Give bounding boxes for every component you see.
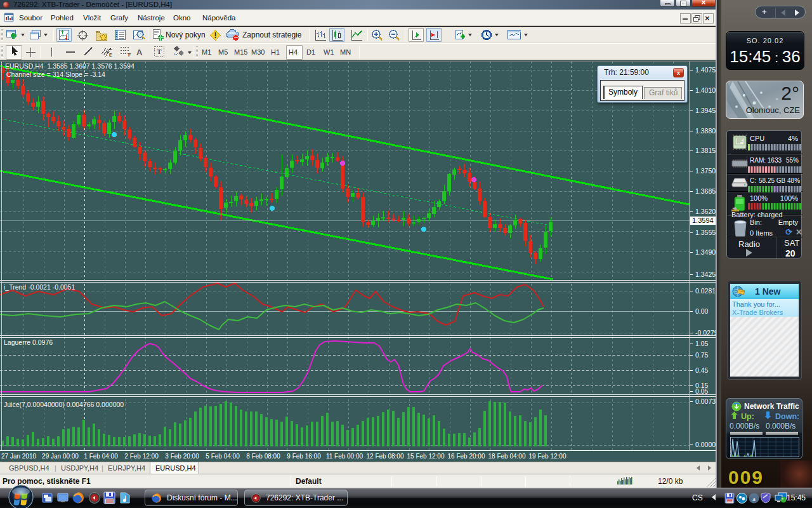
svg-text:1.3425: 1.3425 bbox=[695, 271, 716, 278]
svg-text:1.3945: 1.3945 bbox=[695, 107, 716, 114]
svg-text:3 Feb 20:00: 3 Feb 20:00 bbox=[165, 453, 199, 460]
svg-text:0.007386: 0.007386 bbox=[695, 398, 717, 405]
svg-text:EURUSD,H4 1.3585 1.3607 1.357: EURUSD,H4 1.3585 1.3607 1.3576 1.3594 bbox=[5, 62, 134, 70]
svg-text:12 Feb 08:00: 12 Feb 08:00 bbox=[367, 453, 404, 460]
svg-text:9 Feb 16:00: 9 Feb 16:00 bbox=[287, 453, 321, 460]
svg-text:1.3880: 1.3880 bbox=[695, 127, 716, 135]
svg-text:0.05: 0.05 bbox=[695, 387, 709, 395]
svg-text:11 Feb 00:00: 11 Feb 00:00 bbox=[326, 453, 363, 460]
svg-text:1.3594: 1.3594 bbox=[692, 217, 714, 224]
svg-text:27 Jan 2010: 27 Jan 2010 bbox=[1, 453, 36, 460]
svg-text:i_Trend -0.0021 -0.0051: i_Trend -0.0021 -0.0051 bbox=[4, 283, 75, 291]
svg-text:E: E bbox=[109, 53, 112, 57]
svg-text:Juice(7,0.00040000) 0.004766 0: Juice(7,0.00040000) 0.004766 0.000000 bbox=[4, 401, 124, 408]
svg-text:0.75: 0.75 bbox=[695, 351, 709, 359]
svg-text:!: ! bbox=[214, 31, 217, 40]
svg-text:19 Feb 12:00: 19 Feb 12:00 bbox=[529, 453, 566, 460]
svg-text:1.3490: 1.3490 bbox=[695, 248, 716, 256]
svg-text:29 Jan 00:00: 29 Jan 00:00 bbox=[42, 453, 79, 460]
svg-text:1 Feb 04:00: 1 Feb 04:00 bbox=[84, 453, 118, 460]
svg-text:Channel size = 314 Slope = -3.: Channel size = 314 Slope = -3.14 bbox=[6, 70, 105, 78]
svg-text:18 Feb 04:00: 18 Feb 04:00 bbox=[488, 453, 526, 460]
svg-text:Laguerre 0.0976: Laguerre 0.0976 bbox=[4, 338, 53, 346]
svg-text:1.3555: 1.3555 bbox=[695, 229, 716, 236]
svg-text:1.3620: 1.3620 bbox=[695, 208, 716, 215]
svg-text:0.45: 0.45 bbox=[695, 366, 709, 374]
svg-text:1.4075: 1.4075 bbox=[695, 66, 716, 74]
svg-text:0.000003: 0.000003 bbox=[695, 441, 717, 448]
svg-text:F: F bbox=[128, 53, 131, 57]
svg-text:1.3685: 1.3685 bbox=[695, 187, 716, 195]
svg-text:1.3815: 1.3815 bbox=[695, 147, 716, 154]
svg-text:a: a bbox=[752, 495, 756, 502]
svg-text:16 Feb 20:00: 16 Feb 20:00 bbox=[448, 453, 485, 460]
svg-text:15 Feb 12:00: 15 Feb 12:00 bbox=[407, 453, 445, 460]
svg-text:1.3750: 1.3750 bbox=[695, 167, 716, 175]
svg-text:2 Feb 12:00: 2 Feb 12:00 bbox=[124, 453, 159, 460]
svg-text:1.4010: 1.4010 bbox=[695, 86, 716, 94]
svg-text:T: T bbox=[157, 48, 162, 55]
svg-text:-0.0279: -0.0279 bbox=[695, 329, 717, 337]
svg-text:0.00: 0.00 bbox=[695, 307, 709, 315]
svg-text:8 Feb 08:00: 8 Feb 08:00 bbox=[246, 453, 280, 460]
svg-text:0.0281: 0.0281 bbox=[695, 287, 716, 295]
svg-text:5 Feb 04:00: 5 Feb 04:00 bbox=[206, 453, 240, 460]
svg-text:1.05: 1.05 bbox=[695, 340, 709, 347]
